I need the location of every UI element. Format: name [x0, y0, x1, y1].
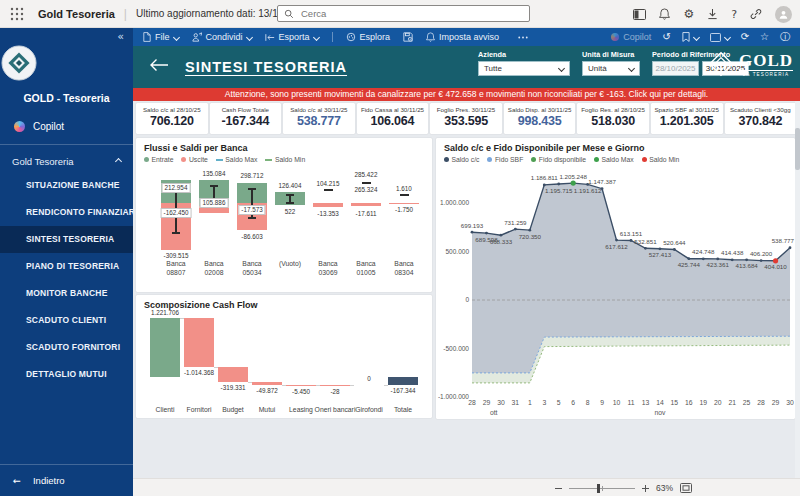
sidebar-item-copilot[interactable]: Copilot	[0, 114, 133, 138]
page-scrollbar[interactable]	[795, 101, 800, 478]
svg-text:nov: nov	[654, 409, 666, 416]
saldo-max-cap	[286, 194, 294, 196]
info-icon[interactable]: ⓘ	[780, 32, 790, 42]
svg-text:404.010: 404.010	[764, 263, 787, 270]
uscite-bar[interactable]	[351, 203, 381, 206]
chevron-down-icon	[313, 33, 320, 40]
waterfall-bar[interactable]	[184, 318, 214, 367]
kpi-card[interactable]: Foglio Pres. 30/11/25353.595	[430, 103, 502, 134]
copilot-button[interactable]: Copilot	[611, 32, 651, 42]
filter-azienda: Azienda Tutte	[478, 50, 570, 76]
kpi-label: Foglio Res. al 28/10/25	[577, 106, 649, 113]
kpi-card[interactable]: Cash Flow Totale-167.344	[210, 103, 282, 134]
bar-data-label: -28	[330, 388, 339, 395]
download-icon[interactable]	[707, 8, 718, 20]
zoom-out-icon[interactable]	[555, 485, 562, 492]
saldo-chart-svg[interactable]: 699.193689.598668.333731.259720.3501.186…	[436, 138, 795, 419]
explore-button[interactable]: Esplora	[346, 32, 391, 42]
zoom-slider[interactable]	[569, 488, 635, 489]
fit-to-page-icon[interactable]	[680, 483, 692, 493]
reset-view-icon[interactable]: ↺	[662, 32, 670, 42]
share-menu[interactable]: Condividi	[192, 32, 252, 42]
bar-data-label: -5.450	[292, 388, 310, 395]
waterfall-bar[interactable]	[388, 377, 418, 385]
sidebar-item[interactable]: MONITOR BANCHE	[0, 280, 133, 307]
sidebar-item[interactable]: SITUAZIONE BANCHE	[0, 172, 133, 199]
set-alert-label: Imposta avviso	[439, 32, 499, 42]
sidebar-item[interactable]: SCADUTO FORNITORI	[0, 334, 133, 361]
svg-text:ott: ott	[490, 409, 498, 416]
chart-title: Saldo c/c e Fido Disponibile per Mese e …	[444, 143, 645, 153]
kpi-card[interactable]: Saldo c/c al 30/11/25538.777	[283, 103, 355, 134]
favorite-star-icon[interactable]: ☆	[760, 32, 769, 42]
search-input[interactable]	[299, 7, 503, 20]
save-settings-icon[interactable]	[403, 32, 413, 42]
waterfall-connector	[384, 385, 388, 386]
kpi-card[interactable]: Saldo Disp. al 30/11/25998.435	[504, 103, 576, 134]
app-title[interactable]: Gold Tesoreria	[38, 8, 115, 20]
file-menu[interactable]: File	[143, 32, 179, 42]
kpi-card[interactable]: Saldo c/c al 28/10/25706.120	[136, 103, 208, 134]
share-link-icon[interactable]	[750, 8, 762, 20]
svg-text:29: 29	[772, 399, 780, 406]
date-from-input[interactable]: 28/10/2025	[652, 61, 699, 76]
kpi-value: -167.344	[210, 114, 282, 128]
report-back-arrow[interactable]	[149, 58, 169, 72]
help-icon[interactable]: ?	[731, 9, 737, 20]
sidebar-group-header[interactable]: Gold Tesoreria	[0, 150, 133, 172]
search-box[interactable]	[277, 5, 530, 22]
refresh-icon[interactable]: ⟳	[741, 32, 749, 42]
notifications-bell-icon[interactable]	[659, 8, 670, 20]
set-alert-button[interactable]: Imposta avviso	[426, 32, 499, 42]
alert-banner[interactable]: Attenzione, sono presenti movimenti da c…	[133, 88, 800, 101]
zoom-in-icon[interactable]	[642, 485, 649, 492]
kpi-value: 353.595	[430, 114, 502, 128]
panel-toggle-icon[interactable]	[633, 9, 646, 20]
bar-data-label: -1.014.368	[184, 369, 214, 376]
kpi-card[interactable]: Spazio SBF al 30/11/251.201.305	[651, 103, 723, 134]
cashflow-waterfall-panel: Scomposizione Cash Flow 1.221.706Clienti…	[136, 295, 432, 418]
sidebar-collapse-icon[interactable]: «	[117, 30, 124, 43]
sidebar-item[interactable]: SCADUTO CLIENTI	[0, 307, 133, 334]
bar-data-label: 1.610	[396, 185, 412, 193]
kpi-label: Scaduto Clienti <30gg	[725, 106, 797, 113]
sidebar-item[interactable]: SINTESI TESORERIA	[0, 226, 133, 253]
kpi-label: Cash Flow Totale	[210, 106, 282, 113]
back-button[interactable]: ← Indietro	[0, 464, 133, 496]
sidebar-item[interactable]: DETTAGLIO MUTUI	[0, 361, 133, 388]
waffle-menu-icon[interactable]	[10, 7, 24, 21]
status-bar: 63%	[133, 478, 800, 496]
sidebar-item[interactable]: RENDICONTO FINANZIAR...	[0, 199, 133, 226]
saldo-line-chart-panel: 699.193689.598668.333731.259720.3501.186…	[436, 138, 795, 419]
chevron-down-icon	[558, 65, 565, 72]
kpi-card[interactable]: Fido Cassa al 30/11/25106.064	[357, 103, 429, 134]
saldo-max-cap	[210, 185, 218, 187]
zoom-slider-thumb[interactable]	[597, 484, 600, 493]
waterfall-bar[interactable]	[320, 385, 350, 386]
sidebar-item[interactable]: PIANO DI TESORERIA	[0, 253, 133, 280]
bar-data-label: -162.450	[161, 208, 192, 218]
unita-select[interactable]: Unità	[582, 61, 640, 76]
view-mode-icon[interactable]	[710, 33, 730, 42]
kpi-label: Foglio Pres. 30/11/25	[430, 106, 502, 113]
scrollbar-thumb[interactable]	[795, 128, 800, 170]
legend-item: Saldo Min	[642, 156, 680, 163]
azienda-select[interactable]: Tutte	[478, 61, 570, 76]
uscite-bar[interactable]	[313, 203, 343, 207]
bookmarks-icon[interactable]	[682, 32, 699, 42]
waterfall-bar[interactable]	[218, 367, 248, 382]
export-menu[interactable]: Esporta	[265, 32, 319, 42]
svg-text:15: 15	[671, 399, 679, 406]
waterfall-bar[interactable]	[252, 382, 282, 384]
more-options-icon[interactable]	[518, 36, 528, 39]
user-avatar[interactable]	[775, 6, 792, 23]
waterfall-bar[interactable]	[286, 385, 316, 386]
kpi-card[interactable]: Scaduto Clienti <30gg370.842	[725, 103, 797, 134]
kpi-card[interactable]: Foglio Res. al 28/10/25518.030	[577, 103, 649, 134]
svg-text:20: 20	[714, 399, 722, 406]
uscite-bar[interactable]	[389, 203, 419, 204]
settings-gear-icon[interactable]: ⚙	[683, 8, 694, 20]
azienda-value: Tutte	[484, 64, 502, 73]
sidebar-divider	[0, 144, 133, 145]
waterfall-bar[interactable]	[150, 318, 180, 377]
